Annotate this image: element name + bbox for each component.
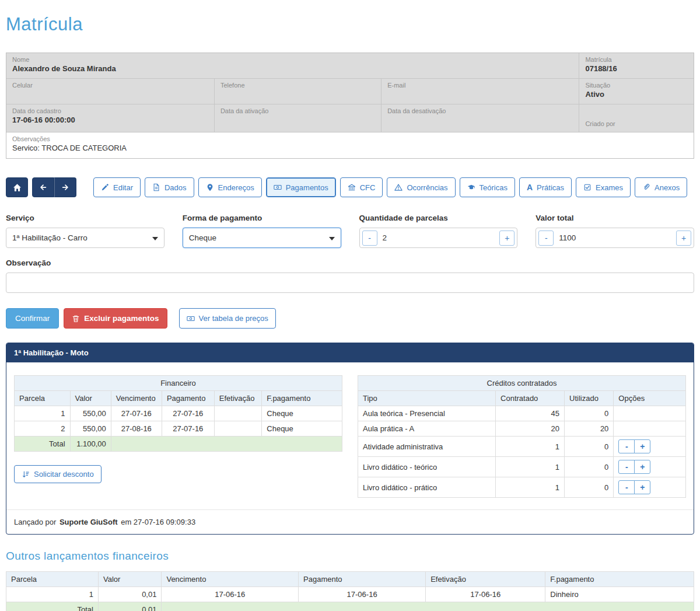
table-row: Aula teórica - Presencial 45 0 <box>358 406 686 421</box>
table-cell: Cheque <box>262 406 342 421</box>
credit-adjust-group: - + <box>618 480 650 494</box>
map-marker-icon <box>206 183 214 191</box>
credit-increment-button[interactable]: + <box>634 480 650 494</box>
parcelas-decrement-button[interactable]: - <box>362 231 377 246</box>
button-label: Solicitar desconto <box>34 470 94 479</box>
table-cell: 20 <box>496 421 565 437</box>
column-header: Efetivação <box>426 572 545 587</box>
table-cell: 27-07-16 <box>111 406 162 421</box>
parcelas-input[interactable] <box>383 233 495 242</box>
field-situacao: Situação Ativo <box>579 79 694 104</box>
column-header: Pagamento <box>299 572 426 587</box>
confirmar-button[interactable]: Confirmar <box>6 308 59 329</box>
tab-exames[interactable]: Exames <box>576 177 631 197</box>
table-header-row: Parcela Valor Vencimento Pagamento Efeti… <box>15 391 342 406</box>
button-label: Ver tabela de preços <box>199 314 268 323</box>
matricula-page: Matrícula Nome Alexandro de Souza Mirand… <box>0 0 700 611</box>
toolbar: Editar Dados Endereços Pagamentos CFC <box>6 177 694 197</box>
tab-label: Editar <box>113 183 133 192</box>
tab-dados[interactable]: Dados <box>145 177 194 197</box>
tab-enderecos[interactable]: Endereços <box>198 177 262 197</box>
forma-pagamento-select[interactable]: Cheque <box>183 228 341 248</box>
parcelas-increment-button[interactable]: + <box>499 231 514 246</box>
field-email: E-mail <box>382 79 579 104</box>
next-button[interactable] <box>54 177 76 197</box>
table-cell <box>111 437 342 452</box>
table-cell <box>214 406 261 421</box>
valor-increment-button[interactable]: + <box>676 231 691 246</box>
table-cell: 0 <box>565 406 614 421</box>
parcelas-label: Quantidade de parcelas <box>359 214 518 222</box>
table-row: Atividade administrativa 1 0 - + <box>358 437 686 457</box>
credit-decrement-button[interactable]: - <box>618 439 635 453</box>
chevron-down-icon <box>329 237 335 240</box>
table-cell: 17-06-16 <box>162 587 299 602</box>
tab-pagamentos[interactable]: Pagamentos <box>266 177 336 197</box>
solicitar-desconto-button[interactable]: Solicitar desconto <box>14 465 102 483</box>
table-cell: Aula prática - A <box>358 421 496 437</box>
home-icon <box>13 183 22 192</box>
prev-button[interactable] <box>32 177 54 197</box>
graduation-cap-icon <box>467 183 475 191</box>
table-row: 2 550,00 27-08-16 27-07-16 Cheque <box>15 421 342 437</box>
table-cell: 2 <box>15 421 71 437</box>
field-label: Data da desativação <box>387 107 573 114</box>
table-row: Aula prática - A 20 20 <box>358 421 686 437</box>
nav-arrows <box>32 177 76 197</box>
tab-editar[interactable]: Editar <box>93 177 141 197</box>
tab-label: Dados <box>164 183 187 192</box>
field-label: Observações <box>12 135 688 142</box>
form-actions: Confirmar Excluir pagamentos Ver tabela … <box>6 308 694 329</box>
field-label: Situação <box>585 82 688 89</box>
home-button[interactable] <box>6 177 28 197</box>
table-cell: 550,00 <box>70 421 111 437</box>
column-header: Valor <box>70 391 111 406</box>
column-header: Opções <box>614 391 686 406</box>
forma-pagamento-label: Forma de pagamento <box>183 214 341 222</box>
observacao-group: Observação <box>6 259 694 293</box>
opcoes-cell: - + <box>614 457 686 477</box>
field-value: Servico: TROCA DE CATEGORIA <box>12 144 688 152</box>
money-icon <box>274 183 282 191</box>
info-row-4: Observações Servico: TROCA DE CATEGORIA <box>6 132 694 158</box>
tab-cfc[interactable]: CFC <box>340 177 383 197</box>
panel-footer: Lançado por Suporte GiuSoft em 27-07-16 … <box>6 509 694 534</box>
valor-total-input[interactable] <box>559 233 671 242</box>
total-row: Total 1.100,00 <box>15 437 342 452</box>
tab-label: Teóricas <box>480 183 508 192</box>
tab-praticas[interactable]: A Práticas <box>519 177 572 197</box>
total-row: Total 0,01 <box>6 602 694 611</box>
tab-label: Pagamentos <box>286 183 328 192</box>
servico-select[interactable]: 1ª Habilitação - Carro <box>6 228 164 248</box>
sort-amount-icon <box>22 470 30 479</box>
credit-increment-button[interactable]: + <box>634 439 650 453</box>
table-cell: 0,01 <box>98 587 161 602</box>
habilitacao-panel: 1ª Habilitação - Moto Financeiro Parcela <box>6 343 694 535</box>
forma-pagamento-group: Forma de pagamento Cheque <box>183 214 341 248</box>
credit-increment-button[interactable]: + <box>634 460 650 474</box>
credit-decrement-button[interactable]: - <box>618 460 635 474</box>
footer-suffix: em 27-07-16 09:09:33 <box>121 518 195 526</box>
panel-title: 1ª Habilitação - Moto <box>6 343 694 362</box>
table-cell: Cheque <box>262 421 342 437</box>
excluir-pagamentos-button[interactable]: Excluir pagamentos <box>64 308 167 329</box>
valor-decrement-button[interactable]: - <box>538 231 554 246</box>
table-cell: 1 <box>15 406 71 421</box>
field-matricula: Matrícula 07188/16 <box>579 53 694 79</box>
observacao-input[interactable] <box>6 273 694 293</box>
info-row-1: Nome Alexandro de Souza Miranda Matrícul… <box>6 53 694 79</box>
tab-anexos[interactable]: Anexos <box>635 177 687 197</box>
tab-label: CFC <box>360 183 376 192</box>
ver-tabela-precos-button[interactable]: Ver tabela de preços <box>179 308 276 329</box>
observacao-label: Observação <box>6 259 694 267</box>
column-header: Parcela <box>15 391 71 406</box>
servico-group: Serviço 1ª Habilitação - Carro <box>6 214 164 248</box>
field-data-desativacao: Data da desativação <box>382 104 579 132</box>
tab-teoricas[interactable]: Teóricas <box>460 177 515 197</box>
paperclip-icon <box>642 183 650 191</box>
field-value: 17-06-16 00:00:00 <box>12 116 208 124</box>
creditos-table: Créditos contratados Tipo Contratado Uti… <box>358 375 686 498</box>
document-icon <box>152 183 160 191</box>
tab-ocorrencias[interactable]: Ocorrências <box>387 177 455 197</box>
credit-decrement-button[interactable]: - <box>618 480 635 494</box>
